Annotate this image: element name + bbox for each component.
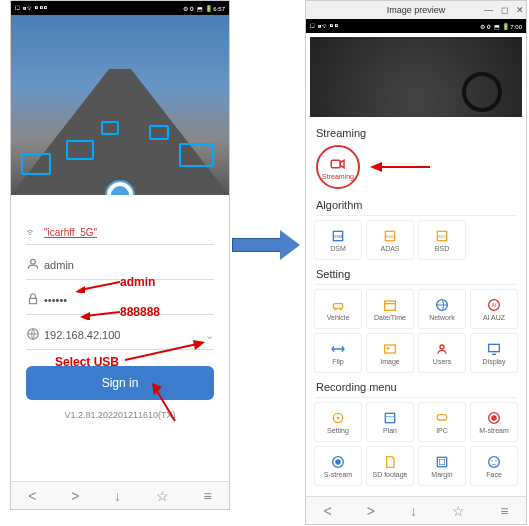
annotation-select-usb: Select USB xyxy=(55,355,119,369)
version-text: V1.2.81.202201211610(TX) xyxy=(26,410,214,420)
tile-sdfootage[interactable]: SD footage xyxy=(366,446,414,486)
tile-datetime[interactable]: Date/Time xyxy=(366,289,414,329)
nav-back-icon-r[interactable]: < xyxy=(324,503,332,519)
svg-marker-13 xyxy=(370,162,382,172)
chevron-down-icon[interactable]: ⌄ xyxy=(205,329,214,342)
annotation-password: 888888 xyxy=(120,305,160,319)
arrow-to-dropdown xyxy=(125,340,205,365)
svg-point-39 xyxy=(491,415,496,420)
minimize-icon[interactable]: — xyxy=(484,5,493,15)
svg-line-9 xyxy=(155,388,175,421)
window-title: Image preview xyxy=(387,5,446,15)
status-bar-left: ⬚ ▤ ᯤ ◧ ◧ ◧ ⚙ ⭘ ⬒ 🔋 6:57 xyxy=(11,1,229,15)
svg-text:ADAS: ADAS xyxy=(385,235,395,239)
tile-display[interactable]: Display xyxy=(470,333,518,373)
section-streaming: Streaming xyxy=(306,121,526,141)
nav-bar-left: < > ↓ ☆ ≡ xyxy=(11,481,229,509)
section-setting: Setting xyxy=(306,262,526,282)
tile-margin[interactable]: Margin xyxy=(418,446,466,486)
section-algorithm: Algorithm xyxy=(306,193,526,213)
arrow-to-streaming xyxy=(370,157,430,177)
section-recording: Recording menu xyxy=(306,375,526,395)
lock-icon xyxy=(26,292,44,308)
signin-button[interactable]: Sign in xyxy=(26,366,214,400)
svg-rect-20 xyxy=(333,304,342,309)
svg-rect-37 xyxy=(437,415,446,420)
annotation-admin: admin xyxy=(120,275,155,289)
tile-vehicle[interactable]: Vehicle xyxy=(314,289,362,329)
wifi-name[interactable]: "icarhff_5G" xyxy=(44,227,97,238)
status-bar-right: ⬚ ▤ ᯤ ◧ ◧ ⚙ ⭘ ⬒ 🔋 7:00 xyxy=(306,19,526,33)
preview-image xyxy=(310,37,522,117)
nav-bookmark-icon-r[interactable]: ☆ xyxy=(452,503,465,519)
wifi-field[interactable]: ᯤ "icarhff_5G" xyxy=(26,220,214,245)
tile-aiauz[interactable]: AIAI AUZ xyxy=(470,289,518,329)
svg-rect-35 xyxy=(385,413,394,422)
tile-plan[interactable]: Plan xyxy=(366,402,414,442)
svg-point-34 xyxy=(337,417,340,420)
password-value: •••••• xyxy=(44,294,67,306)
svg-line-3 xyxy=(80,282,120,290)
maximize-icon[interactable]: ◻ xyxy=(501,5,508,15)
tile-image[interactable]: Image xyxy=(366,333,414,373)
nav-bar-right: < > ↓ ☆ ≡ xyxy=(306,496,526,524)
svg-line-5 xyxy=(85,312,120,316)
nav-menu-icon-r[interactable]: ≡ xyxy=(500,503,508,519)
svg-point-46 xyxy=(495,460,496,461)
user-icon xyxy=(26,257,44,273)
tile-adas[interactable]: ADASADAS xyxy=(366,220,414,260)
svg-point-21 xyxy=(334,308,337,311)
tile-network[interactable]: Network xyxy=(418,289,466,329)
wifi-icon: ᯤ xyxy=(26,226,44,238)
arrow-to-password xyxy=(80,308,120,320)
nav-forward-icon-r[interactable]: > xyxy=(367,503,375,519)
tile-users[interactable]: Users xyxy=(418,333,466,373)
svg-rect-43 xyxy=(439,459,444,464)
setting-grid: Vehicle Date/Time Network AIAI AUZ Flip … xyxy=(306,287,526,375)
svg-point-0 xyxy=(31,259,36,264)
svg-rect-28 xyxy=(385,345,396,353)
phone-left: ⬚ ▤ ᯤ ◧ ◧ ◧ ⚙ ⭘ ⬒ 🔋 6:57 ᯤ "icarhff_5G" … xyxy=(10,0,230,510)
svg-point-44 xyxy=(489,457,500,468)
nav-menu-icon[interactable]: ≡ xyxy=(203,488,211,504)
tile-sstream[interactable]: S-stream xyxy=(314,446,362,486)
close-icon[interactable]: ✕ xyxy=(516,5,524,15)
nav-download-icon-r[interactable]: ↓ xyxy=(410,503,417,519)
svg-marker-8 xyxy=(193,340,205,350)
globe-icon xyxy=(26,327,44,343)
window-titlebar: Image preview — ◻ ✕ xyxy=(306,1,526,19)
svg-rect-11 xyxy=(331,160,340,168)
tile-ipc[interactable]: IPC xyxy=(418,402,466,442)
tile-dsm[interactable]: DSMDSM xyxy=(314,220,362,260)
svg-rect-31 xyxy=(489,344,500,351)
svg-line-7 xyxy=(125,344,197,360)
streaming-button[interactable]: Streaming xyxy=(316,145,360,189)
status-icons-r: ⬚ ▤ ᯤ ◧ ◧ xyxy=(310,23,338,29)
svg-point-22 xyxy=(339,308,342,311)
nav-forward-icon[interactable]: > xyxy=(71,488,79,504)
svg-rect-1 xyxy=(30,298,37,303)
tile-face[interactable]: Face xyxy=(470,446,518,486)
svg-text:BSD: BSD xyxy=(438,234,446,239)
svg-marker-4 xyxy=(75,286,85,293)
svg-point-30 xyxy=(440,345,444,349)
nav-download-icon[interactable]: ↓ xyxy=(114,488,121,504)
tile-flip[interactable]: Flip xyxy=(314,333,362,373)
big-arrow xyxy=(232,230,302,260)
status-icons: ⬚ ▤ ᯤ ◧ ◧ ◧ xyxy=(15,5,47,11)
svg-marker-6 xyxy=(80,312,90,320)
svg-point-41 xyxy=(335,459,340,464)
tile-rec-setting[interactable]: Setting xyxy=(314,402,362,442)
tile-mstream[interactable]: M-stream xyxy=(470,402,518,442)
svg-point-29 xyxy=(387,347,390,350)
svg-rect-42 xyxy=(437,457,446,466)
status-right-r: ⚙ ⭘ ⬒ 🔋 7:00 xyxy=(480,23,522,30)
svg-rect-23 xyxy=(385,301,396,310)
tile-bsd[interactable]: BSDBSD xyxy=(418,220,466,260)
username-value: admin xyxy=(44,259,74,271)
recording-grid: Setting Plan IPC M-stream S-stream SD fo… xyxy=(306,400,526,488)
nav-bookmark-icon[interactable]: ☆ xyxy=(156,488,169,504)
nav-back-icon[interactable]: < xyxy=(28,488,36,504)
svg-point-45 xyxy=(491,460,492,461)
phone-right: Image preview — ◻ ✕ ⬚ ▤ ᯤ ◧ ◧ ⚙ ⭘ ⬒ 🔋 7:… xyxy=(305,0,527,525)
